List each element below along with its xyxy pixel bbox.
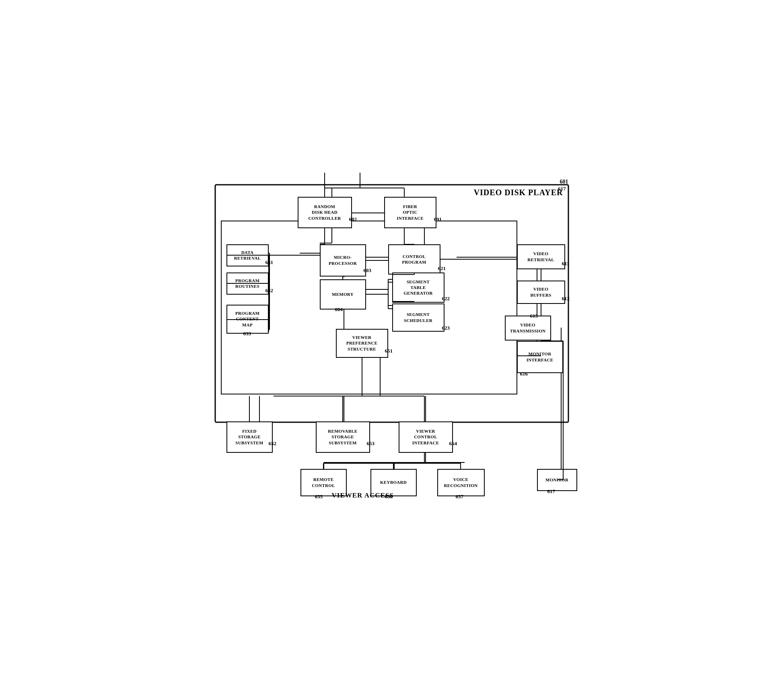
ref-604: 604 [335,306,343,313]
viewer-control-block: VIEWER CONTROL INTERFACE [399,421,453,453]
ref-623: 623 [442,325,450,331]
random-disk-head-block: RANDOM DISK HEAD CONTROLLER [298,197,352,228]
ref-616: 616 [520,371,528,377]
segment-table-block: SEGMENT TABLE GENERATOR [392,272,444,303]
ref-691: 691 [434,216,442,223]
removable-storage-block: REMOVABLE STORAGE SUBSYSTEM [316,421,370,453]
monitor-block: MONITOR [537,469,577,491]
ref-602: 602 [349,216,357,223]
video-buffers-block: VIDEO BUFFERS [517,281,565,304]
microprocessor-block: MICRO- PROCESSOR [320,244,366,277]
ref-652: 652 [269,440,277,447]
viewer-access-label: VIEWER ACCESS [332,491,394,500]
video-retrieval-block: VIDEO RETRIEVAL [517,244,565,269]
segment-scheduler-block: SEGMENT SCHEDULER [392,303,444,332]
voice-recognition-block: VOICE RECOGNITION [437,469,485,496]
viewer-preference-block: VIEWER PREFERENCE STRUCTURE [336,329,388,358]
ref-654: 654 [449,440,457,447]
ref-651: 651 [385,348,393,354]
control-program-block: CONTROL PROGRAM [388,244,440,275]
ref-617: 617 [547,488,556,495]
ref-621: 621 [438,265,446,272]
video-disk-player-label: VIDEO DISK PLAYER [474,188,563,197]
ref-633: 633 [243,330,251,337]
ref-622: 622 [442,295,450,302]
fixed-storage-block: FIXED STORAGE SUBSYSTEM [226,421,273,453]
ref-657: 657 [456,493,464,500]
monitor-interface-block: MONITOR INTERFACE [517,341,563,373]
ref-611: 611 [562,260,570,267]
ref-632: 632 [265,287,274,294]
ref-612: 612 [562,295,570,302]
program-routines-block: PROGRAM ROUTINES [226,272,269,295]
diagram: VIDEO DISK PLAYER 617 601 RANDOM DISK HE… [211,173,573,503]
ref-603: 603 [364,267,372,274]
fiber-optic-block: FIBER OPTIC INTERFACE [384,197,436,228]
vdp-ref: 617 [558,186,566,192]
memory-block: MEMORY [320,279,366,310]
ref-601: 601 [560,179,568,185]
video-transmission-block: VIDEO TRANSMISSION [505,316,551,341]
data-retrieval-block: DATA RETRIEVAL [226,244,269,266]
ref-653: 653 [367,440,375,447]
ref-655: 655 [315,493,323,500]
ref-615: 615 [530,313,538,319]
ref-631: 631 [265,259,274,266]
program-content-map-block: PROGRAM CONTENT MAP [226,305,269,334]
